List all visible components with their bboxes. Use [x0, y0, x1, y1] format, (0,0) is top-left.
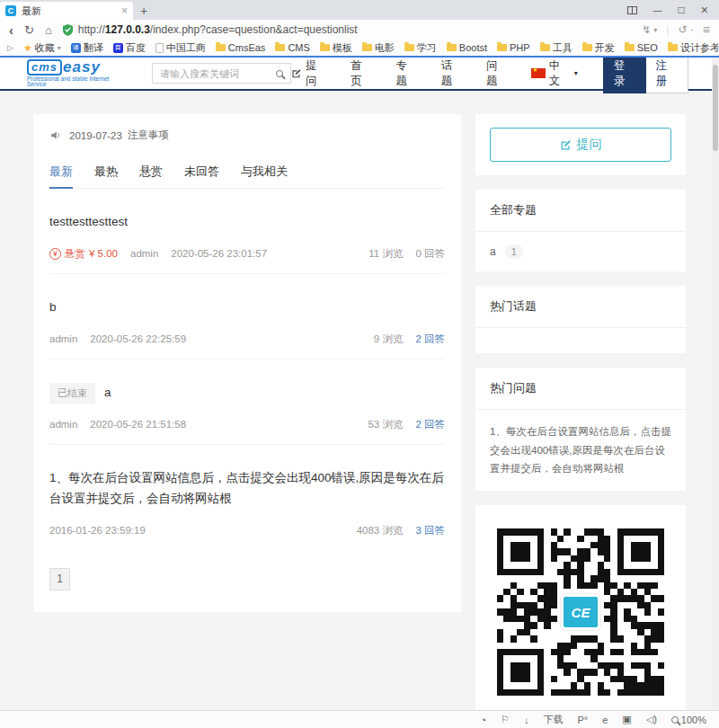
doc-icon — [155, 43, 164, 53]
bookmark-中国工商[interactable]: 中国工商 — [155, 41, 206, 55]
download-label[interactable]: 下载 — [543, 713, 563, 726]
ask-question-button[interactable]: 提问 — [490, 128, 671, 162]
site-logo[interactable]: cms easy Professional and stable Interne… — [27, 59, 129, 88]
hot-questions-card: 热门问题 1、每次在后台设置网站信息后，点击提交会出现400错误,原因是每次在后… — [475, 368, 686, 491]
question-title-link[interactable]: testtesttesttest — [49, 212, 128, 233]
url-text: http://127.0.0.3/index.php?case=question… — [78, 23, 358, 36]
filter-tab-最热[interactable]: 最热 — [94, 164, 118, 188]
bookmark-开发[interactable]: 开发 — [582, 41, 615, 55]
topic-tag[interactable]: a — [490, 245, 496, 258]
question-item: testtesttesttest¥悬赏¥ 5.00admin2020-05-26… — [49, 189, 445, 274]
filter-tab-悬赏[interactable]: 悬赏 — [139, 164, 163, 188]
bookmark-翻译[interactable]: 译翻译 — [71, 41, 103, 55]
favorites-menu[interactable]: ★ 收藏 ▾ — [23, 41, 61, 55]
sound-icon[interactable]: ◁) — [646, 714, 657, 725]
window-minimize-button[interactable]: — — [653, 5, 662, 15]
login-button[interactable]: 登录 — [603, 58, 646, 93]
browser-gift-icon[interactable] — [627, 6, 637, 14]
qr-caption: 关注 官方微信 — [490, 708, 671, 710]
refresh-button[interactable]: ↻ — [24, 24, 34, 36]
folder-icon — [320, 44, 330, 51]
bookmark-Bootst[interactable]: Bootst — [447, 42, 487, 53]
nav-item-中文[interactable]: 中文▾ — [531, 58, 577, 89]
folder-icon — [540, 44, 550, 51]
browser-status-bar: ◔⚐↓下载P°e▣◁)100% — [0, 710, 719, 728]
bookmarks-bar: ▷ ★ 收藏 ▾ 译翻译百百度中国工商CmsEasCMS模板电影学习Bootst… — [0, 40, 719, 56]
question-author[interactable]: admin — [49, 333, 77, 344]
hot-questions-title: 热门问题 — [475, 368, 686, 410]
browser-tab[interactable]: C 最新 × — [0, 2, 133, 20]
nav-item-专题[interactable]: 专题 — [395, 58, 417, 89]
no-trace-flag-icon[interactable]: ⚐ — [501, 714, 510, 725]
question-title-link[interactable]: b — [49, 297, 57, 318]
new-tab-button[interactable]: + — [140, 4, 147, 18]
announcement-text: 注意事项 — [128, 129, 169, 142]
question-title-link[interactable]: a — [104, 383, 111, 404]
views-count: 4083 浏览 — [357, 524, 404, 537]
search-icon[interactable] — [276, 70, 283, 77]
page-scrollbar-thumb[interactable] — [713, 65, 718, 151]
nav-item-提问[interactable]: 提问 — [291, 58, 327, 89]
question-item: 1、每次在后台设置网站信息后，点击提交会出现400错误,原因是每次在后台设置并提… — [49, 445, 445, 550]
answers-count[interactable]: 2 回答 — [415, 333, 445, 346]
bookmark-SEO[interactable]: SEO — [625, 42, 658, 53]
address-bar: ‹ ↻ ⌂ http://127.0.0.3/index.php?case=qu… — [0, 20, 719, 40]
qr-center-logo: CE — [561, 594, 600, 630]
home-button[interactable]: ⌂ — [45, 24, 52, 36]
question-author[interactable]: admin — [130, 248, 158, 259]
page-number-1[interactable]: 1 — [49, 568, 70, 590]
lightning-icon[interactable]: ↯▾ — [642, 23, 657, 36]
download-icon[interactable]: ↓ — [524, 715, 529, 725]
bookmark-电影[interactable]: 电影 — [362, 41, 395, 55]
bookmark-模板[interactable]: 模板 — [320, 41, 352, 55]
tab-close-icon[interactable]: × — [121, 4, 128, 17]
register-button[interactable]: 注册 — [646, 58, 688, 93]
hot-topics-title: 热门话题 — [475, 286, 686, 328]
window-maximize-button[interactable]: □ — [679, 4, 685, 16]
tab-favicon-icon: C — [5, 5, 16, 16]
bookmark-工具[interactable]: 工具 — [540, 41, 573, 55]
ie-mode-icon[interactable]: e — [602, 715, 608, 725]
undo-history-icon[interactable]: ↺ · — [678, 23, 693, 36]
bookmarks-collapse-icon[interactable]: ▷ — [7, 43, 13, 52]
question-title-link[interactable]: 1、每次在后台设置网站信息后，点击提交会出现400错误,原因是每次在后台设置并提… — [49, 468, 445, 510]
answers-count[interactable]: 2 回答 — [415, 418, 445, 431]
bookmark-学习[interactable]: 学习 — [404, 41, 437, 55]
boost-icon[interactable]: ◔ — [480, 715, 486, 725]
bookmark-CMS[interactable]: CMS — [275, 42, 309, 53]
folder-icon — [668, 44, 678, 51]
filter-tab-最新[interactable]: 最新 — [49, 164, 73, 188]
hot-topics-card: 热门话题 — [475, 286, 686, 353]
filter-tab-未回答[interactable]: 未回答 — [184, 164, 219, 188]
question-time: 2016-01-26 23:59:19 — [49, 525, 146, 536]
window-close-button[interactable]: × — [701, 3, 708, 17]
browser-menu-icon[interactable]: ≡ — [703, 22, 710, 37]
china-flag-icon — [531, 68, 545, 78]
url-field[interactable]: http://127.0.0.3/index.php?case=question… — [63, 23, 631, 36]
question-author[interactable]: admin — [49, 419, 77, 430]
flash-icon[interactable]: P° — [577, 715, 588, 725]
speaker-icon — [49, 129, 62, 141]
filter-tab-与我相关[interactable]: 与我相关 — [241, 164, 288, 188]
split-screen-icon[interactable]: ▣ — [622, 714, 631, 725]
views-count: 11 浏览 — [368, 247, 403, 261]
zoom-control[interactable]: 100% — [671, 715, 706, 725]
translate-icon: 译 — [71, 43, 81, 53]
search-input[interactable] — [160, 68, 271, 79]
announcement[interactable]: 2019-07-23 注意事项 — [49, 114, 445, 147]
bookmark-设计参考[interactable]: 设计参考 — [668, 41, 719, 55]
bounty-label: ¥悬赏¥ 5.00 — [49, 247, 118, 261]
bookmark-PHP[interactable]: PHP — [497, 42, 530, 53]
top-nav: 提问首页专题话题问题中文▾ — [291, 58, 577, 89]
nav-item-问题[interactable]: 问题 — [486, 58, 508, 89]
answers-count[interactable]: 3 回答 — [415, 524, 445, 537]
page-scrollbar[interactable] — [712, 58, 719, 710]
hot-question-link[interactable]: 1、每次在后台设置网站信息后，点击提交会出现400错误,原因是每次在后台设置并提… — [490, 422, 671, 478]
bookmark-CmsEas[interactable]: CmsEas — [216, 42, 266, 53]
nav-item-首页[interactable]: 首页 — [351, 58, 372, 89]
topic-count-badge: 1 — [505, 244, 523, 259]
page-viewport: cms easy Professional and stable Interne… — [0, 58, 719, 710]
bookmark-百度[interactable]: 百百度 — [113, 41, 146, 55]
nav-item-话题[interactable]: 话题 — [441, 58, 463, 89]
back-button[interactable]: ‹ — [9, 23, 13, 37]
